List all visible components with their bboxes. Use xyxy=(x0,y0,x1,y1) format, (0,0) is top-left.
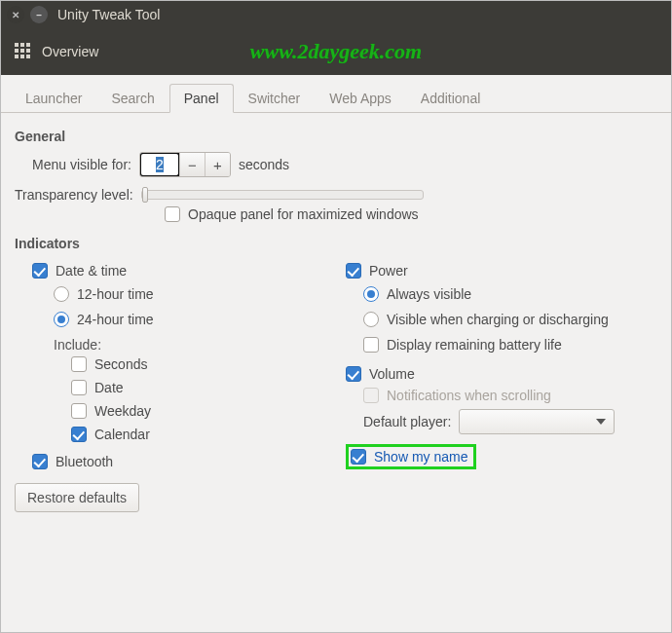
app-window: ✕ – Unity Tweak Tool Overview www.2dayge… xyxy=(0,0,672,633)
include-label: Include: xyxy=(54,337,101,353)
content-area: General Menu visible for: − + seconds Tr… xyxy=(1,113,671,632)
date-opt-label: Date xyxy=(94,380,124,395)
visible-charging-radio[interactable] xyxy=(363,312,379,327)
show-my-name-highlight: Show my name xyxy=(346,444,476,469)
calendar-opt-label: Calendar xyxy=(94,427,150,442)
hour12-radio[interactable] xyxy=(54,286,69,302)
remaining-battery-checkbox[interactable] xyxy=(363,337,379,353)
notifications-scrolling-checkbox xyxy=(363,388,379,403)
overview-icon[interactable] xyxy=(15,43,32,60)
always-visible-radio[interactable] xyxy=(363,286,379,302)
tab-webapps[interactable]: Web Apps xyxy=(315,84,406,113)
seconds-checkbox[interactable] xyxy=(71,356,87,372)
overview-label[interactable]: Overview xyxy=(42,44,98,59)
indicators-left-column: Date & time 12-hour time 24-hour time In… xyxy=(15,259,326,512)
remaining-battery-label: Display remaining battery life xyxy=(387,337,562,353)
seconds-label: seconds xyxy=(239,157,289,172)
calendar-checkbox[interactable] xyxy=(71,427,87,442)
seconds-opt-label: Seconds xyxy=(94,356,147,372)
datetime-checkbox[interactable] xyxy=(32,263,48,279)
tab-launcher[interactable]: Launcher xyxy=(11,84,96,113)
visible-charging-label: Visible when charging or discharging xyxy=(387,312,609,327)
tab-search[interactable]: Search xyxy=(96,84,168,113)
transparency-label: Transparency level: xyxy=(15,187,133,203)
date-checkbox[interactable] xyxy=(71,380,87,395)
indicators-right-column: Power Always visible Visible when chargi… xyxy=(346,259,657,512)
section-indicators: Indicators xyxy=(15,236,657,251)
minimize-icon[interactable]: – xyxy=(30,6,48,23)
weekday-checkbox[interactable] xyxy=(71,403,87,419)
tab-panel[interactable]: Panel xyxy=(169,84,234,113)
menu-visible-label: Menu visible for: xyxy=(32,157,131,172)
titlebar: ✕ – Unity Tweak Tool xyxy=(1,1,671,28)
default-player-label: Default player: xyxy=(363,414,451,429)
spin-minus-button[interactable]: − xyxy=(179,153,205,176)
weekday-opt-label: Weekday xyxy=(94,403,151,419)
default-player-combo[interactable] xyxy=(459,409,615,434)
tab-switcher[interactable]: Switcher xyxy=(234,84,316,113)
tab-bar: Launcher Search Panel Switcher Web Apps … xyxy=(1,75,671,113)
datetime-label: Date & time xyxy=(56,263,127,279)
hour12-label: 12-hour time xyxy=(77,286,154,302)
tab-additional[interactable]: Additional xyxy=(406,84,496,113)
always-visible-label: Always visible xyxy=(387,286,471,302)
spin-plus-button[interactable]: + xyxy=(205,153,230,176)
opaque-panel-label: Opaque panel for maximized windows xyxy=(188,206,419,222)
bluetooth-label: Bluetooth xyxy=(56,454,113,469)
power-checkbox[interactable] xyxy=(346,263,361,279)
close-icon[interactable]: ✕ xyxy=(7,6,24,23)
section-general: General xyxy=(15,129,657,144)
hour24-radio[interactable] xyxy=(54,312,69,327)
volume-checkbox[interactable] xyxy=(346,366,361,382)
menu-seconds-spinbox[interactable]: − + xyxy=(139,152,231,177)
watermark-text: www.2daygeek.com xyxy=(250,39,422,64)
transparency-slider[interactable] xyxy=(141,190,424,200)
window-title: Unity Tweak Tool xyxy=(57,7,160,22)
toolbar: Overview www.2daygeek.com xyxy=(1,28,671,75)
bluetooth-checkbox[interactable] xyxy=(32,454,48,469)
notifications-scrolling-label: Notifications when scrolling xyxy=(387,388,551,403)
opaque-panel-checkbox[interactable] xyxy=(165,206,180,222)
show-my-name-checkbox[interactable] xyxy=(351,449,366,465)
menu-seconds-input[interactable] xyxy=(140,153,179,176)
slider-thumb[interactable] xyxy=(142,187,148,203)
show-my-name-label: Show my name xyxy=(374,449,467,465)
power-label: Power xyxy=(369,263,408,279)
chevron-down-icon xyxy=(596,419,606,425)
hour24-label: 24-hour time xyxy=(77,312,154,327)
restore-defaults-button[interactable]: Restore defaults xyxy=(15,483,139,512)
volume-label: Volume xyxy=(369,366,415,382)
